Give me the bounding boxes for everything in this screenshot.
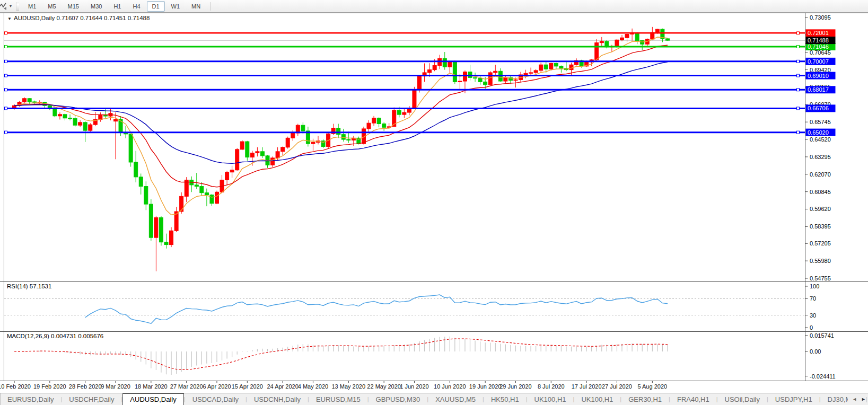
timeframe-button-d1[interactable]: D1 bbox=[147, 1, 165, 12]
date-label: 8 Jul 2020 bbox=[538, 383, 565, 390]
price-label-text: 0.66706 bbox=[808, 105, 829, 111]
timeframe-button-h4[interactable]: H4 bbox=[127, 1, 145, 12]
candle-body bbox=[504, 77, 507, 81]
candle-body bbox=[549, 64, 553, 69]
candle-body bbox=[341, 135, 345, 139]
candle-body bbox=[665, 39, 669, 40]
candle-body bbox=[367, 123, 371, 129]
chart-tab-audusd-daily[interactable]: AUDUSD,Daily bbox=[122, 393, 183, 405]
candle-body bbox=[23, 99, 27, 102]
date-label: 27 Jul 2020 bbox=[602, 383, 632, 390]
macd-tick-label: 0.00 bbox=[810, 348, 821, 355]
timeframe-button-m5[interactable]: M5 bbox=[42, 1, 61, 12]
candle-body bbox=[129, 134, 133, 162]
candle-body bbox=[534, 71, 538, 73]
chart-tab-xauusd-m5[interactable]: XAUUSD,M5 bbox=[428, 393, 483, 405]
timeframe-button-m1[interactable]: M1 bbox=[23, 1, 41, 12]
candle-body bbox=[134, 162, 138, 177]
chart-tab-fra40-h1[interactable]: FRA40,H1 bbox=[670, 393, 716, 405]
chart-tab-gbpusd-m30[interactable]: GBPUSD,M30 bbox=[369, 393, 427, 405]
candle-body bbox=[230, 170, 234, 172]
candle-body bbox=[256, 152, 259, 153]
chart-tab-ger30-h1[interactable]: GER30,H1 bbox=[621, 393, 669, 405]
candle-body bbox=[246, 142, 249, 157]
candle-body bbox=[372, 118, 376, 123]
chart-tab-hk50-h1[interactable]: HK50,H1 bbox=[484, 393, 526, 405]
candle-body bbox=[484, 82, 487, 84]
date-label: 9 Mar 2020 bbox=[101, 383, 130, 390]
chart-tab-usdchf-daily[interactable]: USDCHF,Daily bbox=[62, 393, 121, 405]
line-handle[interactable] bbox=[797, 32, 800, 34]
candle-body bbox=[463, 72, 467, 81]
toolbar-grip[interactable] bbox=[16, 2, 19, 11]
candle-body bbox=[58, 115, 62, 116]
candle-body bbox=[195, 185, 198, 187]
candle-body bbox=[235, 149, 239, 170]
candle-body bbox=[215, 192, 219, 203]
chart-tab-usdcnh-daily[interactable]: USDCNH,Daily bbox=[247, 393, 308, 405]
date-label: 22 May 2020 bbox=[367, 383, 401, 390]
candle-body bbox=[159, 218, 163, 242]
candle-body bbox=[529, 73, 533, 73]
chart-canvas[interactable]: ▼AUDUSD,Daily 0.71607 0.71644 0.71451 0.… bbox=[0, 13, 868, 393]
chart-tab-eurusd-m15[interactable]: EURUSD,M15 bbox=[309, 393, 367, 405]
line-handle[interactable] bbox=[797, 131, 800, 134]
candle-body bbox=[402, 112, 406, 115]
candle-body bbox=[488, 73, 492, 85]
tab-scroll-right-icon[interactable]: ► bbox=[861, 397, 866, 402]
line-handle[interactable] bbox=[5, 45, 7, 48]
chart-tab-uk100-h1[interactable]: UK100,H1 bbox=[528, 393, 573, 405]
line-handle[interactable] bbox=[5, 131, 7, 134]
timeframe-button-m30[interactable]: M30 bbox=[85, 1, 107, 12]
date-label: 10 Jun 2020 bbox=[434, 383, 466, 390]
timeframe-button-h1[interactable]: H1 bbox=[108, 1, 126, 12]
chart-window: ▼AUDUSD,Daily 0.71607 0.71644 0.71451 0.… bbox=[0, 13, 868, 393]
chart-tool-dropdown-icon[interactable]: ▾ bbox=[10, 4, 12, 8]
price-tick-label: 0.54755 bbox=[810, 275, 831, 281]
chart-tab-usdjpy-h1[interactable]: USDJPY,H1 bbox=[768, 393, 819, 405]
date-label: 19 Jun 2020 bbox=[469, 383, 502, 390]
line-handle[interactable] bbox=[5, 74, 7, 77]
candle-body bbox=[600, 41, 603, 43]
price-label-text: 0.69010 bbox=[808, 73, 829, 79]
line-handle[interactable] bbox=[797, 60, 800, 63]
candle-body bbox=[620, 38, 624, 40]
line-handle[interactable] bbox=[5, 89, 7, 91]
tab-scroll-left-icon[interactable]: ◄ bbox=[852, 397, 857, 402]
candle-body bbox=[63, 115, 67, 118]
candle-body bbox=[281, 147, 285, 152]
timeframe-button-mn[interactable]: MN bbox=[186, 1, 206, 12]
line-handle[interactable] bbox=[5, 32, 7, 34]
candle-body bbox=[73, 118, 77, 125]
candle-body bbox=[170, 231, 173, 244]
chart-tab-uk100-h1[interactable]: UK100,H1 bbox=[574, 393, 620, 405]
line-handle[interactable] bbox=[797, 107, 800, 110]
candle-body bbox=[514, 80, 518, 80]
timeframe-button-m15[interactable]: M15 bbox=[63, 1, 84, 12]
line-handle[interactable] bbox=[5, 60, 7, 63]
candle-body bbox=[240, 142, 244, 149]
chart-tab-eurusd-daily[interactable]: EURUSD,Daily bbox=[1, 393, 60, 405]
line-handle[interactable] bbox=[5, 107, 7, 110]
candle-body bbox=[276, 152, 279, 158]
candle-body bbox=[458, 81, 462, 82]
line-handle[interactable] bbox=[797, 45, 800, 48]
timeframe-button-w1[interactable]: W1 bbox=[166, 1, 186, 12]
line-handle[interactable] bbox=[797, 89, 800, 91]
price-tick-label: 0.73095 bbox=[810, 14, 831, 21]
chart-pointer-icon[interactable] bbox=[0, 2, 8, 11]
price-label-text: 0.70007 bbox=[808, 58, 829, 65]
candle-body bbox=[33, 102, 37, 102]
candle-body bbox=[478, 78, 482, 82]
date-label: 27 Mar 2020 bbox=[170, 383, 203, 390]
candle-body bbox=[144, 187, 148, 205]
candle-body bbox=[382, 124, 386, 128]
line-handle[interactable] bbox=[797, 74, 800, 77]
candle-body bbox=[180, 196, 183, 212]
chart-tab-usdcad-daily[interactable]: USDCAD,Daily bbox=[186, 393, 246, 405]
chart-tab-usoil-daily[interactable]: USOil,Daily bbox=[718, 393, 767, 405]
date-label: 28 Feb 2020 bbox=[69, 383, 102, 390]
candle-body bbox=[554, 64, 558, 66]
date-label: 29 Jun 2020 bbox=[499, 383, 532, 390]
date-label: 19 Feb 2020 bbox=[33, 383, 66, 390]
